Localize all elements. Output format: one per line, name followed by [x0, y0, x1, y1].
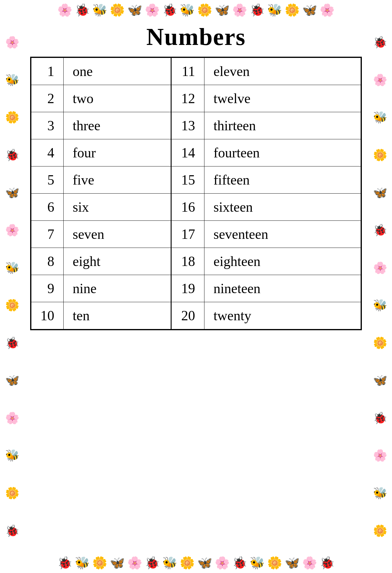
- page: 🌸 🐞 🐝 🌼 🦋 🌸 🐞 🐝 🌼 🦋 🌸 🐞 🐝 🌼 🦋 🌸 🌸 🐝 🌼 🐞 …: [0, 0, 392, 573]
- border-icon: 🌼: [373, 524, 387, 537]
- table-row: 10 ten 20 twenty: [31, 302, 361, 329]
- numbers-table: 1 one 11 eleven 2 two 12 twelve 3 three …: [31, 58, 361, 329]
- border-icon: 🌸: [5, 411, 19, 425]
- border-icon: 🌸: [5, 36, 19, 49]
- border-icon: 🌸: [145, 3, 160, 17]
- word-cell-right: nineteen: [204, 275, 361, 302]
- border-icon: 🐞: [145, 556, 160, 570]
- border-icon: 🌼: [180, 556, 195, 570]
- table-row: 7 seven 17 seventeen: [31, 221, 361, 248]
- border-icon: 🐝: [373, 299, 387, 312]
- number-cell-right: 14: [171, 139, 204, 166]
- border-icon: 🌼: [5, 299, 19, 312]
- word-cell-right: seventeen: [204, 221, 361, 248]
- left-border: 🌸 🐝 🌼 🐞 🦋 🌸 🐝 🌼 🐞 🦋 🌸 🐝 🌼 🐞: [0, 0, 24, 573]
- number-cell-right: 18: [171, 248, 204, 275]
- border-icon: 🐝: [373, 486, 387, 500]
- border-icon: 🐝: [5, 261, 19, 274]
- number-cell-right: 13: [171, 112, 204, 139]
- table-row: 2 two 12 twelve: [31, 85, 361, 112]
- right-border: 🐞 🌸 🐝 🌼 🦋 🐞 🌸 🐝 🌼 🦋 🐞 🌸 🐝 🌼: [368, 0, 392, 573]
- border-icon: 🌸: [127, 556, 142, 570]
- border-icon: 🌼: [285, 3, 300, 17]
- number-cell-left: 3: [31, 112, 64, 139]
- number-cell-left: 1: [31, 58, 64, 85]
- border-icon: 🦋: [5, 374, 19, 387]
- border-icon: 🐝: [5, 449, 19, 462]
- word-cell-right: sixteen: [204, 194, 361, 221]
- word-cell-left: two: [64, 85, 171, 112]
- border-icon: 🐝: [5, 73, 19, 87]
- border-icon: 🌸: [57, 3, 72, 17]
- word-cell-left: four: [64, 139, 171, 166]
- border-icon: 🌼: [92, 556, 107, 570]
- content-area: 1 one 11 eleven 2 two 12 twelve 3 three …: [0, 57, 392, 330]
- word-cell-left: nine: [64, 275, 171, 302]
- border-icon: 🌼: [5, 486, 19, 500]
- border-icon: 🐝: [162, 556, 177, 570]
- word-cell-right: twenty: [204, 302, 361, 329]
- border-icon: 🌼: [197, 3, 212, 17]
- border-icon: 🐞: [162, 3, 177, 17]
- border-icon: 🐞: [373, 411, 387, 425]
- border-icon: 🦋: [110, 556, 125, 570]
- word-cell-left: seven: [64, 221, 171, 248]
- border-icon: 🦋: [5, 186, 19, 199]
- word-cell-right: twelve: [204, 85, 361, 112]
- table-row: 1 one 11 eleven: [31, 58, 361, 85]
- border-icon: 🌸: [232, 3, 247, 17]
- border-icon: 🐝: [373, 111, 387, 124]
- number-cell-right: 11: [171, 58, 204, 85]
- border-icon: 🐞: [373, 223, 387, 237]
- border-icon: 🌸: [373, 449, 387, 462]
- word-cell-right: fourteen: [204, 139, 361, 166]
- border-icon: 🐝: [75, 556, 90, 570]
- border-icon: 🐞: [373, 36, 387, 49]
- number-cell-left: 4: [31, 139, 64, 166]
- border-icon: 🐞: [232, 556, 247, 570]
- word-cell-left: three: [64, 112, 171, 139]
- border-icon: 🐞: [5, 148, 19, 162]
- border-icon: 🐞: [250, 3, 265, 17]
- border-icon: 🦋: [127, 3, 142, 17]
- border-icon: 🌸: [215, 556, 230, 570]
- border-icon: 🐝: [180, 3, 195, 17]
- border-icon: 🦋: [373, 186, 387, 199]
- number-cell-left: 5: [31, 166, 64, 194]
- border-icon: 🌸: [373, 261, 387, 274]
- border-icon: 🦋: [285, 556, 300, 570]
- border-icon: 🦋: [215, 3, 230, 17]
- word-cell-left: ten: [64, 302, 171, 329]
- table-row: 6 six 16 sixteen: [31, 194, 361, 221]
- border-icon: 🌼: [267, 556, 282, 570]
- border-icon: 🐞: [57, 556, 72, 570]
- number-cell-left: 8: [31, 248, 64, 275]
- numbers-container: 1 one 11 eleven 2 two 12 twelve 3 three …: [30, 57, 362, 330]
- border-icon: 🐞: [75, 3, 90, 17]
- table-row: 9 nine 19 nineteen: [31, 275, 361, 302]
- border-icon: 🌸: [320, 3, 335, 17]
- bottom-border: 🐞 🐝 🌼 🦋 🌸 🐞 🐝 🌼 🦋 🌸 🐞 🐝 🌼 🦋 🌸 🐞: [0, 550, 392, 573]
- word-cell-left: eight: [64, 248, 171, 275]
- number-cell-right: 16: [171, 194, 204, 221]
- number-cell-right: 12: [171, 85, 204, 112]
- number-cell-right: 15: [171, 166, 204, 194]
- number-cell-left: 7: [31, 221, 64, 248]
- border-icon: 🌼: [5, 111, 19, 124]
- border-icon: 🌸: [5, 223, 19, 237]
- number-cell-left: 2: [31, 85, 64, 112]
- number-cell-right: 19: [171, 275, 204, 302]
- border-icon: 🐝: [92, 3, 107, 17]
- border-icon: 🦋: [197, 556, 212, 570]
- word-cell-left: five: [64, 166, 171, 194]
- border-icon: 🐝: [267, 3, 282, 17]
- number-cell-right: 17: [171, 221, 204, 248]
- title-section: Numbers: [146, 23, 246, 51]
- word-cell-right: eighteen: [204, 248, 361, 275]
- word-cell-right: eleven: [204, 58, 361, 85]
- top-border: 🌸 🐞 🐝 🌼 🦋 🌸 🐞 🐝 🌼 🦋 🌸 🐞 🐝 🌼 🦋 🌸: [0, 0, 392, 20]
- border-icon: 🦋: [373, 374, 387, 387]
- word-cell-right: fifteen: [204, 166, 361, 194]
- page-title: Numbers: [146, 23, 246, 51]
- table-row: 4 four 14 fourteen: [31, 139, 361, 166]
